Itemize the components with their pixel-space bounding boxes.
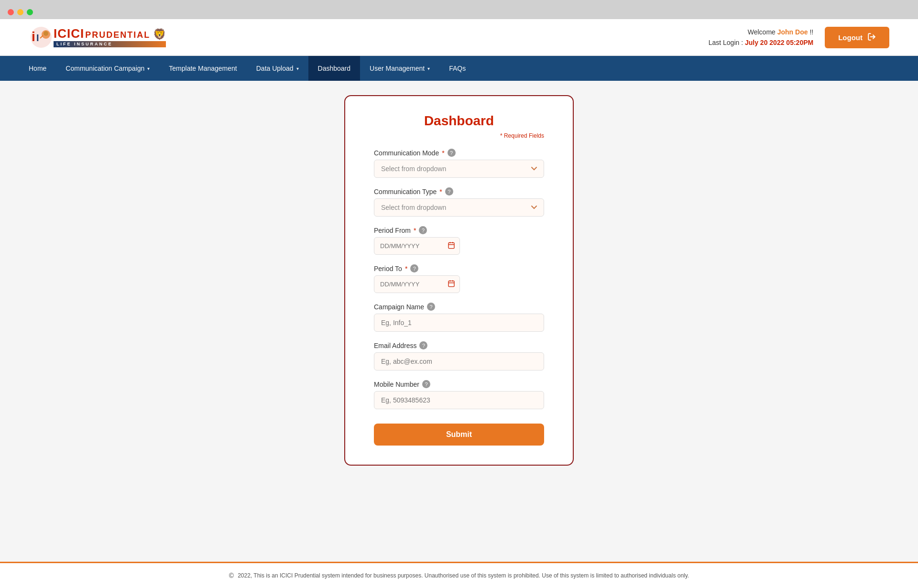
campaign-name-help-icon[interactable]: ? xyxy=(427,303,435,311)
maximize-button[interactable] xyxy=(27,9,33,15)
communication-mode-help-icon[interactable]: ? xyxy=(448,149,456,157)
period-to-input[interactable] xyxy=(374,275,460,293)
nav-faqs-label: FAQs xyxy=(449,65,466,72)
welcome-text: Welcome John Doe !! Last Login : July 20… xyxy=(709,27,814,48)
nav-item-user-management[interactable]: User Management ▾ xyxy=(360,56,439,81)
welcome-suffix: !! xyxy=(809,28,813,36)
email-address-input[interactable] xyxy=(374,352,544,370)
logo-area: i I ICICI PRUDENTIAL 🦁 LIFE INSURANCE xyxy=(29,25,166,50)
logo: i I ICICI PRUDENTIAL 🦁 LIFE INSURANCE xyxy=(29,25,166,50)
required-text: Required Fields xyxy=(504,132,544,139)
submit-label: Submit xyxy=(446,430,472,438)
logout-button[interactable]: Logout xyxy=(825,27,889,48)
period-from-input[interactable] xyxy=(374,237,460,255)
communication-mode-select[interactable]: Select from dropdown xyxy=(374,160,544,178)
minimize-button[interactable] xyxy=(17,9,23,15)
period-to-wrapper xyxy=(374,275,460,293)
communication-mode-label: Communication Mode * ? xyxy=(374,149,544,157)
chevron-down-icon: ▾ xyxy=(147,66,150,71)
logo-icici: ICICI xyxy=(54,27,84,40)
header: i I ICICI PRUDENTIAL 🦁 LIFE INSURANCE xyxy=(0,19,918,56)
communication-type-group: Communication Type * ? Select from dropd… xyxy=(374,187,544,217)
nav-home-label: Home xyxy=(29,65,46,72)
nav-item-home[interactable]: Home xyxy=(19,56,56,81)
period-to-group: Period To * ? xyxy=(374,264,544,293)
communication-type-help-icon[interactable]: ? xyxy=(445,187,453,196)
required-star-from: * xyxy=(414,227,416,234)
logout-icon xyxy=(867,33,876,43)
logo-animal-icon: 🦁 xyxy=(153,29,166,40)
nav-item-dashboard[interactable]: Dashboard xyxy=(308,56,361,81)
last-login-value: July 20 2022 05:20PM xyxy=(745,39,813,46)
header-right: Welcome John Doe !! Last Login : July 20… xyxy=(709,27,889,48)
required-star: * xyxy=(500,132,503,139)
required-star-type: * xyxy=(439,188,442,196)
communication-type-select[interactable]: Select from dropdown xyxy=(374,198,544,217)
communication-mode-group: Communication Mode * ? Select from dropd… xyxy=(374,149,544,178)
mobile-number-help-icon[interactable]: ? xyxy=(422,380,430,388)
nav-item-communication-campaign[interactable]: Communication Campaign ▾ xyxy=(56,56,159,81)
copyright-icon: © xyxy=(229,572,234,579)
campaign-name-label: Campaign Name ? xyxy=(374,303,544,311)
close-button[interactable] xyxy=(8,9,14,15)
mobile-number-group: Mobile Number ? xyxy=(374,380,544,409)
campaign-name-group: Campaign Name ? xyxy=(374,303,544,332)
required-star-mode: * xyxy=(442,149,444,157)
required-fields-note: * Required Fields xyxy=(374,132,544,139)
period-from-group: Period From * ? xyxy=(374,226,544,255)
user-name: John Doe xyxy=(777,28,808,36)
dashboard-card: Dashboard * Required Fields Communicatio… xyxy=(344,95,574,466)
submit-button[interactable]: Submit xyxy=(374,424,544,446)
app-wrapper: i I ICICI PRUDENTIAL 🦁 LIFE INSURANCE xyxy=(0,19,918,588)
svg-text:i: i xyxy=(32,29,35,44)
nav-item-faqs[interactable]: FAQs xyxy=(439,56,475,81)
mobile-number-input[interactable] xyxy=(374,391,544,409)
chevron-down-icon-3: ▾ xyxy=(427,66,430,71)
nav-dashboard-label: Dashboard xyxy=(318,65,351,72)
logo-life-insurance: LIFE INSURANCE xyxy=(54,41,166,47)
period-to-label: Period To * ? xyxy=(374,264,544,272)
svg-text:I: I xyxy=(36,33,39,43)
logo-prudential: PRUDENTIAL xyxy=(85,31,150,39)
email-address-label: Email Address ? xyxy=(374,341,544,349)
email-address-group: Email Address ? xyxy=(374,341,544,370)
period-from-label: Period From * ? xyxy=(374,226,544,234)
email-address-help-icon[interactable]: ? xyxy=(419,341,427,349)
footer: © 2022, This is an ICICI Prudential syst… xyxy=(0,562,918,588)
footer-text: 2022, This is an ICICI Prudential system… xyxy=(238,572,689,579)
communication-type-label: Communication Type * ? xyxy=(374,187,544,196)
browser-chrome xyxy=(0,0,918,19)
logo-text: ICICI PRUDENTIAL 🦁 LIFE INSURANCE xyxy=(54,27,166,47)
mobile-number-label: Mobile Number ? xyxy=(374,380,544,388)
main-nav: Home Communication Campaign ▾ Template M… xyxy=(0,56,918,81)
period-from-help-icon[interactable]: ? xyxy=(419,226,427,234)
nav-user-management-label: User Management xyxy=(370,65,425,72)
chevron-down-icon-2: ▾ xyxy=(296,66,299,71)
required-star-to: * xyxy=(405,265,407,272)
nav-template-management-label: Template Management xyxy=(169,65,237,72)
welcome-prefix: Welcome xyxy=(748,28,776,36)
nav-item-template-management[interactable]: Template Management xyxy=(159,56,246,81)
campaign-name-input[interactable] xyxy=(374,314,544,332)
last-login-label: Last Login : xyxy=(709,39,745,46)
page-title: Dashboard xyxy=(374,113,544,129)
svg-point-4 xyxy=(44,31,48,36)
nav-communication-campaign-label: Communication Campaign xyxy=(66,65,144,72)
period-from-wrapper xyxy=(374,237,460,255)
main-content: Dashboard * Required Fields Communicatio… xyxy=(0,81,918,485)
nav-data-upload-label: Data Upload xyxy=(256,65,294,72)
logout-label: Logout xyxy=(838,33,863,42)
logo-icon: i I xyxy=(29,25,54,50)
nav-item-data-upload[interactable]: Data Upload ▾ xyxy=(247,56,308,81)
period-to-help-icon[interactable]: ? xyxy=(410,264,418,272)
